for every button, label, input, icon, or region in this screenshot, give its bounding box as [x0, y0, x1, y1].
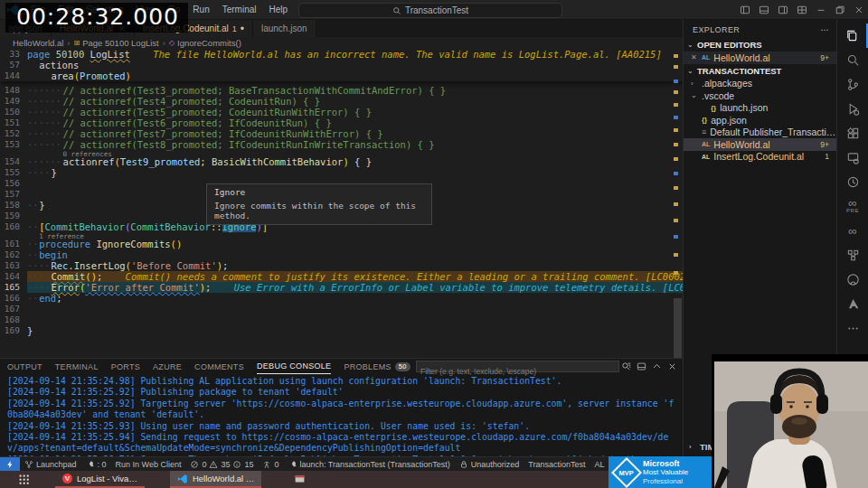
tree-item-app-json[interactable]: {}app.json [684, 114, 836, 127]
panel-tab-label: TERMINAL [55, 362, 99, 371]
code-line-155[interactable]: 155········} [0, 167, 683, 178]
github-icon[interactable] [837, 267, 868, 292]
language-mode[interactable]: AL [590, 457, 609, 471]
code-line-149[interactable]: 149············// actionref(Test4_promot… [0, 96, 683, 107]
menu-terminal[interactable]: Terminal [216, 5, 263, 14]
close-window-icon[interactable] [849, 0, 868, 20]
file-label: app.json [711, 115, 836, 126]
tree-item--alpackages[interactable]: ›.alpackages [684, 78, 836, 90]
code-line-162[interactable]: 162····begin [0, 249, 683, 260]
section-workspace[interactable]: ⌄TRANSACTIONTEST [684, 64, 836, 78]
code-line-169[interactable]: 169} [0, 325, 683, 336]
panel-tab-output[interactable]: OUTPUT [7, 359, 42, 374]
panel-tab-comments[interactable]: COMMENTS [194, 359, 244, 374]
run-and-debug-icon[interactable] [837, 97, 868, 121]
tree-item-default-publisher-transactiontes-[interactable]: ≡Default Publisher_TransactionTes… [684, 127, 836, 139]
rad-tools[interactable]: : 0 [81, 457, 111, 471]
code-line-168[interactable]: 168 [0, 314, 683, 325]
extensions-icon[interactable] [837, 121, 868, 145]
workspace-name[interactable]: TransactionTest [524, 457, 590, 471]
code-line-165[interactable]: 165········Error('Error after Commit'); … [0, 282, 683, 293]
line-content: ············// actionref(Test6_promoted;… [27, 117, 683, 128]
al-test-runner-icon[interactable] [837, 170, 868, 194]
indent-whitespace: ···· [27, 221, 39, 232]
tree-item-insertlog-codeunit-al[interactable]: ALInsertLog.Codeunit.al1 [684, 151, 836, 164]
code-line-57[interactable]: 57actions [0, 60, 683, 70]
close-icon[interactable] [667, 361, 677, 371]
customize-layout-icon[interactable] [792, 0, 811, 20]
auth-status[interactable]: Unauthorized [455, 457, 524, 471]
menu-run[interactable]: Run [186, 5, 215, 14]
code-line-166[interactable]: 166····end; [0, 293, 683, 304]
panel-tab-label: PROBLEMS [344, 362, 391, 371]
vscode-window[interactable]: HelloWorld.al … [170, 471, 261, 488]
menu-help[interactable]: Help [263, 5, 295, 14]
code-line-153[interactable]: 153············// actionref(Test8_promot… [0, 139, 683, 150]
code-line-152[interactable]: 152············// actionref(Test7_promot… [0, 128, 683, 139]
code-line-144[interactable]: 144area(Promoted) [0, 70, 683, 81]
close-icon[interactable]: ✕ [691, 53, 698, 61]
line-number: 163 [0, 260, 27, 271]
al-home-icon[interactable]: ∞ [837, 219, 868, 243]
breadcrumb[interactable]: HelloWorld.al›⊞Page 50100 LogList›◇Ignor… [0, 37, 683, 49]
source-control-icon[interactable] [837, 72, 868, 97]
panel-tab-debug-console[interactable]: DEBUG CONSOLE [257, 359, 331, 374]
more-icon[interactable] [837, 316, 868, 341]
search-icon[interactable] [837, 48, 868, 72]
more-actions-icon[interactable]: ⋯ [821, 25, 829, 34]
line-content: ············actionref(Test9_promoted; Ba… [27, 156, 683, 167]
problems-summary[interactable]: 03515 [185, 457, 258, 471]
panel-tab-terminal[interactable]: TERMINAL [55, 359, 99, 374]
indent-whitespace: ············ [27, 139, 63, 150]
panel-tab-ports[interactable]: PORTS [111, 359, 140, 374]
run-in-web-client[interactable]: Run In Web Client [111, 457, 186, 471]
open-editor-item[interactable]: ✕ALHelloWorld.al9+ [684, 52, 836, 64]
code-line-148[interactable]: 148············// actionref(Test3_promot… [0, 85, 683, 96]
panel-tab-problems[interactable]: PROBLEMS50 [344, 359, 410, 374]
launch-config[interactable]: launch: TransactionTest (TransactionTest… [284, 457, 455, 471]
line-content: } [27, 325, 683, 336]
code-line-163[interactable]: 163········Rec.InsertLog('Before Commit'… [0, 260, 683, 271]
al-preview-icon[interactable]: ∞PRE [837, 194, 868, 219]
section-open-editors[interactable]: ⌄OPEN EDITORS [684, 38, 836, 52]
panel-tab-azure[interactable]: AZURE [153, 359, 182, 374]
code-line-154[interactable]: 154············actionref(Test9_promoted;… [0, 156, 683, 167]
code-line-164[interactable]: 164········Commit(); Commit() needs a co… [0, 271, 683, 282]
code-editor[interactable]: 148············// actionref(Test3_promot… [0, 49, 683, 358]
start-button[interactable] [18, 474, 30, 485]
remote-explorer-icon[interactable] [837, 145, 868, 170]
toggle-primary-sidebar-icon[interactable] [735, 0, 754, 20]
azure-icon[interactable] [837, 292, 868, 316]
ports-forwarded[interactable]: 0 [258, 457, 283, 471]
toggle-secondary-sidebar-icon[interactable] [773, 0, 792, 20]
toggle-panel-icon[interactable] [754, 0, 773, 20]
code-line-33[interactable]: 33page 50100 LogList The file HelloWorld… [0, 49, 683, 60]
minimize-icon[interactable] [811, 0, 830, 20]
code-line-161[interactable]: 161····procedure IgnoreCommits() [0, 239, 683, 249]
line-number: 166 [0, 293, 27, 304]
tree-item-helloworld-al[interactable]: ALHelloWorld.al9+ [684, 138, 836, 151]
remote-indicator[interactable] [0, 457, 20, 471]
line-number [0, 232, 27, 239]
console-filter-input[interactable] [417, 367, 626, 377]
other-window[interactable] [287, 471, 313, 488]
restore-icon[interactable] [830, 0, 849, 20]
launchpad[interactable]: Launchpad [20, 457, 81, 471]
tree-item-launch-json[interactable]: {}launch.json [684, 102, 836, 115]
chevron-up-icon[interactable] [652, 361, 662, 371]
code-line-150[interactable]: 150············// actionref(Test5_promot… [0, 107, 683, 117]
code-line-151[interactable]: 151············// actionref(Test6_promot… [0, 117, 683, 128]
snapshots-icon[interactable] [837, 243, 868, 267]
tab-launch-json[interactable]: launch.json [253, 20, 316, 37]
code-line-167[interactable]: 167 [0, 304, 683, 314]
browser-window[interactable]: VLogList - Viva… [55, 471, 145, 488]
command-center-search[interactable]: TransactionTest [298, 3, 562, 18]
breadcrumb-item[interactable]: HelloWorld.al [13, 38, 63, 48]
explorer-icon[interactable] [837, 23, 868, 48]
breadcrumb-item[interactable]: Page 50100 LogList [82, 38, 159, 48]
tree-item--vscode[interactable]: ⌄.vscode [684, 89, 836, 102]
panel-layout-icon[interactable] [637, 361, 646, 371]
filter-icon[interactable] [621, 361, 631, 371]
console-filter[interactable] [416, 361, 619, 372]
breadcrumb-item[interactable]: IgnoreCommits() [177, 38, 241, 48]
